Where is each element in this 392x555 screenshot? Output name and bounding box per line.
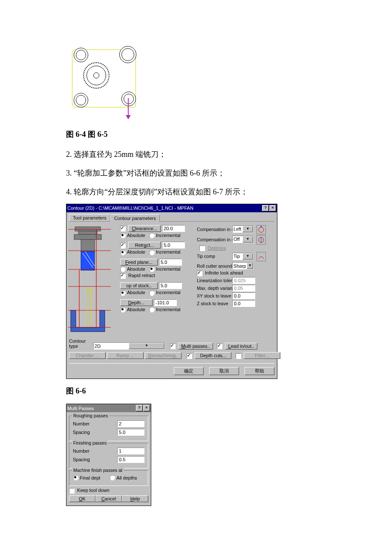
ok-button[interactable]: 确定	[174, 367, 204, 375]
comp-control-select[interactable]: Off▼	[232, 236, 254, 243]
final-dept-label: Final dept	[80, 475, 100, 480]
rough-spacing-field[interactable]: 5.0	[117, 429, 144, 436]
feedplane-inc-radio[interactable]	[149, 266, 155, 272]
lintol-label: Linearization tolerance	[197, 278, 231, 283]
infinite-look-label: Infinite look ahead	[205, 270, 243, 275]
retract-checkbox[interactable]	[120, 243, 126, 249]
depthcuts-checkbox[interactable]	[187, 353, 192, 359]
multipasses-dialog: Multi Passes ? × Roughing passes Number …	[66, 404, 151, 506]
depth-inc-radio[interactable]	[149, 307, 155, 312]
multipasses-titlebar: Multi Passes ? ×	[66, 404, 151, 412]
mp-ok-button[interactable]: OK	[69, 495, 95, 502]
tab-strip: Tool parameters Contour parameters	[69, 214, 274, 222]
zstock-label: Z stock to leave	[197, 301, 231, 306]
rapid-retract-label: Rapid retract	[128, 273, 155, 278]
rollcutter-select[interactable]: Sharp▼	[232, 262, 254, 269]
help-button-icon[interactable]: ?	[262, 205, 269, 211]
mp-cancel-button[interactable]: Cancel	[95, 495, 122, 502]
cancel-button[interactable]: 取消	[209, 367, 239, 375]
keep-tool-down-checkbox[interactable]	[69, 488, 75, 494]
svg-rect-2	[74, 234, 101, 240]
topstock-button[interactable]: op of stock..	[120, 282, 158, 289]
figure-caption-6-4-5: 图 6-4 图 6-5	[66, 129, 324, 139]
multipasses-title: Multi Passes	[67, 406, 94, 411]
lintol-field: 0.025	[232, 277, 255, 284]
topstock-field[interactable]: 5.0	[159, 282, 182, 289]
rapid-retract-checkbox[interactable]	[120, 273, 126, 279]
comp-computer-select[interactable]: Left▼	[232, 225, 254, 233]
feedplane-field[interactable]: 5.0	[159, 259, 182, 266]
zstock-field[interactable]: 0.0	[232, 300, 255, 307]
feedplane-button[interactable]: Feed plane...	[120, 259, 158, 266]
comp-off-icon	[257, 235, 266, 245]
svg-rect-1	[78, 231, 97, 234]
ramp-button: Ramp ...	[107, 352, 144, 359]
final-dept-radio[interactable]	[73, 475, 78, 480]
tab-tool-parameters[interactable]: Tool parameters	[69, 214, 110, 221]
clearance-button[interactable]: Clearance...	[128, 225, 161, 232]
toolpath-arrow	[128, 98, 129, 117]
tipcomp-label: Tip comp	[197, 254, 231, 259]
svg-point-17	[259, 227, 264, 232]
roughing-legend: Roughing passes	[72, 413, 109, 418]
retract-inc-radio[interactable]	[149, 250, 155, 255]
comp-control-label: Compensation in control	[197, 237, 231, 243]
rough-number-label: Number	[73, 421, 89, 426]
maxdepth-label: Max. depth variance	[197, 286, 231, 291]
multipasses-button[interactable]: Multi passes..	[178, 343, 213, 350]
feedplane-abs-radio[interactable]	[120, 266, 126, 272]
leadinout-checkbox[interactable]	[217, 344, 222, 349]
infinite-look-checkbox[interactable]	[197, 271, 202, 276]
finish-number-label: Number	[73, 448, 89, 454]
finish-number-field[interactable]: 1	[117, 448, 144, 454]
contour-type-select[interactable]: 2D▼	[93, 342, 165, 350]
filter-checkbox[interactable]	[236, 353, 241, 359]
retract-field[interactable]: 5.0	[162, 242, 185, 249]
retract-abs-radio[interactable]	[120, 250, 126, 255]
xystock-field[interactable]: 0.0	[232, 292, 255, 299]
clearance-abs-radio[interactable]	[120, 233, 126, 238]
close-button-icon[interactable]: ×	[269, 205, 276, 211]
paragraph-2: 2. 选择直径为 25mm 端铣刀；	[66, 147, 324, 162]
multipasses-checkbox[interactable]	[170, 344, 176, 349]
figure-caption-6-6: 图 6-6	[66, 386, 324, 396]
all-depths-label: All depths	[116, 475, 137, 480]
retract-button[interactable]: Retract...	[128, 242, 161, 249]
rollcutter-label: Roll cutter around	[197, 264, 231, 269]
depth-abs-radio[interactable]	[120, 307, 126, 312]
contour-dialog: Contour (2D) - C:\MCAM8\MILL\NCI\CH6_1_1…	[66, 204, 277, 379]
svg-rect-0	[75, 227, 101, 231]
tipcomp-select[interactable]: Tip▼	[232, 253, 254, 260]
all-depths-radio[interactable]	[110, 475, 115, 480]
tab-contour-parameters[interactable]: Contour parameters	[110, 214, 160, 222]
mp-close-icon[interactable]: ×	[143, 405, 150, 411]
paragraph-3: 3. “轮廓加工参数”对话框的设置如图 6-6 所示；	[66, 166, 324, 180]
mp-help-button[interactable]: Help	[122, 495, 148, 502]
clearance-inc-radio[interactable]	[149, 233, 155, 238]
leadinout-button[interactable]: Lead in/out..	[225, 343, 257, 350]
comp-left-icon	[257, 225, 266, 234]
dialog-titlebar: Contour (2D) - C:\MCAM8\MILL\NCI\CH6_1_1…	[66, 204, 277, 212]
topstock-inc-radio[interactable]	[149, 290, 155, 296]
dialog-title: Contour (2D) - C:\MCAM8\MILL\NCI\CH6_1_1…	[67, 205, 193, 211]
paragraph-4: 4. 轮廓方向“分层深度切削”对话框设置如图 6-7 所示；	[66, 185, 324, 199]
clearance-field[interactable]: 20.0	[162, 225, 185, 232]
optimize-label: Optimize	[208, 246, 226, 251]
finish-spacing-field[interactable]: 0.5	[117, 456, 144, 463]
cad-sketch	[66, 47, 143, 121]
depthcuts-button[interactable]: Depth cuts...	[195, 352, 231, 359]
mp-help-icon[interactable]: ?	[136, 405, 143, 411]
xystock-label: XY stock to leave	[197, 294, 231, 299]
depth-button[interactable]: Depth...	[120, 299, 153, 306]
filter-button: Filter...	[244, 352, 280, 359]
help-button[interactable]: 帮助	[245, 367, 274, 375]
depth-field[interactable]: -101.0	[154, 299, 177, 306]
tip-icon	[257, 252, 266, 261]
optimize-checkbox	[199, 246, 205, 251]
mfp-legend: Machine finish passes at	[72, 468, 124, 473]
rough-number-field[interactable]: 2	[117, 420, 144, 427]
maxdepth-field: 0.05	[232, 285, 255, 292]
clearance-checkbox[interactable]	[120, 226, 126, 231]
topstock-abs-radio[interactable]	[120, 290, 126, 296]
finishing-legend: Finishing passes	[72, 440, 108, 445]
